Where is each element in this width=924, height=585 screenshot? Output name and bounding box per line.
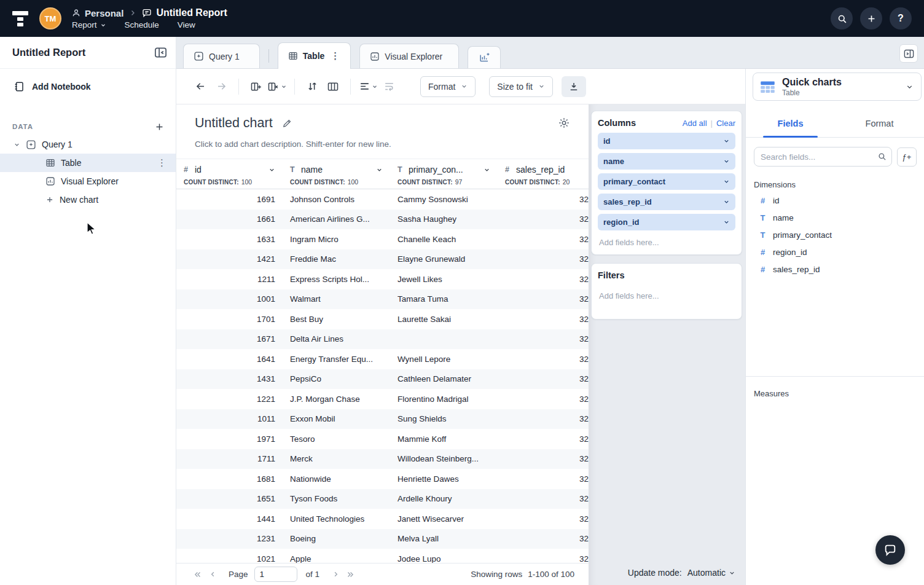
table-row[interactable]: 1021 Apple Jodee Lupo 3215 — [176, 549, 589, 563]
table-row[interactable]: 1661 American Airlines G... Sasha Haughe… — [176, 210, 589, 230]
table-row[interactable]: 1231 Boeing Melva Lyall 3215 — [176, 529, 589, 549]
column-header[interactable]: T name COUNT DISTINCT: 100 — [283, 159, 390, 189]
tab-kebab-icon[interactable]: ⋮ — [331, 50, 340, 61]
quick-charts-title: Quick charts — [782, 77, 842, 88]
menu-report[interactable]: Report — [72, 20, 106, 29]
edit-title-icon[interactable] — [282, 118, 292, 128]
size-to-fit-button[interactable]: Size to fit — [489, 76, 553, 97]
page-number-input[interactable] — [254, 567, 297, 582]
redo-button[interactable] — [211, 76, 232, 97]
tab-table[interactable]: Table ⋮ — [278, 42, 351, 69]
column-pill[interactable]: sales_rep_id — [598, 194, 735, 210]
add-notebook-button[interactable]: Add Notebook — [0, 77, 176, 96]
align-button[interactable] — [358, 76, 378, 97]
add-data-button[interactable] — [154, 122, 165, 132]
table-row[interactable]: 1221 J.P. Morgan Chase Florentino Madrig… — [176, 389, 589, 409]
sort-button[interactable] — [302, 76, 323, 97]
chart-description-placeholder[interactable]: Click to add chart description. Shift-en… — [195, 139, 391, 149]
user-avatar[interactable]: TM — [39, 7, 61, 29]
search-fields-input[interactable] — [754, 147, 892, 167]
column-pill[interactable]: region_id — [598, 214, 735, 230]
wrap-text-button[interactable] — [378, 76, 399, 97]
dimension-item[interactable]: # sales_rep_id — [746, 261, 924, 278]
column-header[interactable]: # id COUNT DISTINCT: 100 — [176, 159, 283, 189]
table-cell: 1221 — [176, 389, 283, 409]
formula-icon: ƒ+ — [902, 152, 912, 162]
table-row[interactable]: 1971 Tesoro Mammie Koff 3215 — [176, 429, 589, 449]
tab-fields[interactable]: Fields — [746, 109, 835, 137]
dimension-item[interactable]: # id — [746, 192, 924, 209]
filters-drop-placeholder[interactable]: Add fields here... — [598, 291, 735, 300]
undo-button[interactable] — [190, 76, 211, 97]
help-chat-button[interactable] — [875, 535, 905, 565]
sidebar-item-table[interactable]: Table ⋮ — [0, 154, 176, 172]
column-header[interactable]: # sales_rep_id COUNT DISTINCT: 20 — [498, 159, 589, 189]
format-button[interactable]: Format — [420, 76, 476, 97]
table-row[interactable]: 1711 Merck Willodean Steinberg... 3215 — [176, 449, 589, 469]
dimensions-list: # id T name T primary_contact # region_i… — [746, 192, 924, 278]
dimension-item[interactable]: T name — [746, 209, 924, 226]
chart-settings-button[interactable] — [558, 117, 570, 129]
chevron-down-icon[interactable] — [14, 141, 20, 148]
collapse-sidebar-icon[interactable] — [154, 45, 168, 60]
column-pill[interactable]: name — [598, 153, 735, 170]
new-tab-button[interactable] — [468, 46, 501, 68]
tab-format[interactable]: Format — [835, 109, 924, 137]
first-page-button[interactable] — [190, 567, 205, 582]
remove-column-button[interactable] — [267, 76, 288, 97]
report-title[interactable]: Untitled Report — [156, 7, 227, 18]
add-formula-button[interactable]: ƒ+ — [897, 147, 917, 167]
help-button[interactable]: ? — [890, 7, 912, 29]
update-mode-dropdown[interactable]: Automatic — [687, 568, 735, 578]
menu-schedule[interactable]: Schedule — [125, 20, 159, 29]
column-pill[interactable]: id — [598, 133, 735, 149]
kebab-menu-icon[interactable]: ⋮ — [157, 157, 167, 168]
column-pill[interactable]: primary_contact — [598, 173, 735, 190]
table-cell: Mammie Koff — [390, 429, 498, 449]
dimension-item[interactable]: T primary_contact — [746, 226, 924, 243]
table-row[interactable]: 1421 Freddie Mac Elayne Grunewald 3215 — [176, 249, 589, 270]
table-cell: 1211 — [176, 269, 283, 289]
tab-visual-explorer[interactable]: Visual Explorer — [359, 44, 459, 68]
next-page-button[interactable] — [328, 567, 343, 582]
sidebar-item-visual-explorer[interactable]: Visual Explorer — [0, 172, 176, 190]
add-all-link[interactable]: Add all — [683, 119, 707, 128]
clear-link[interactable]: Clear — [716, 119, 735, 128]
dimension-item[interactable]: # region_id — [746, 243, 924, 261]
last-page-button[interactable] — [343, 567, 358, 582]
table-row[interactable]: 1651 Tyson Foods Ardelle Khoury 3215 — [176, 489, 589, 509]
table-cell: Ardelle Khoury — [390, 489, 498, 509]
menu-view[interactable]: View — [178, 20, 195, 29]
align-left-icon — [359, 80, 370, 92]
table-row[interactable]: 1701 Best Buy Laurette Sakai 3215 — [176, 309, 589, 329]
search-button[interactable] — [831, 7, 853, 29]
chart-title[interactable]: Untitled chart — [195, 116, 273, 131]
sidebar-item-new-chart[interactable]: New chart — [0, 190, 176, 209]
table-row[interactable]: 1641 Energy Transfer Equ... Wynell Lepor… — [176, 349, 589, 369]
sidebar-item-query[interactable]: Query 1 — [0, 135, 176, 154]
table-row[interactable]: 1681 Nationwide Henriette Dawes 3215 — [176, 469, 589, 489]
table-cell: Exxon Mobil — [283, 409, 390, 430]
table-row[interactable]: 1431 PepsiCo Cathleen Delamater 3215 — [176, 369, 589, 390]
download-button[interactable] — [562, 76, 586, 97]
add-button[interactable] — [860, 7, 882, 29]
tab-query-1[interactable]: Query 1 — [183, 44, 260, 68]
table-row[interactable]: 1671 Delta Air Lines 3215 — [176, 329, 589, 350]
table-row[interactable]: 1441 United Technologies Janett Wisecarv… — [176, 509, 589, 529]
table-row[interactable]: 1011 Exxon Mobil Sung Shields 3215 — [176, 409, 589, 430]
table-row[interactable]: 1001 Walmart Tamara Tuma 3215 — [176, 289, 589, 310]
prev-page-button[interactable] — [205, 567, 220, 582]
toggle-right-panel-button[interactable] — [899, 44, 918, 63]
app-logo[interactable] — [11, 9, 29, 28]
table-row[interactable]: 1631 Ingram Micro Chanelle Keach 3215 — [176, 229, 589, 249]
add-column-button[interactable] — [246, 76, 267, 97]
column-header[interactable]: T primary_con... COUNT DISTINCT: 97 — [390, 159, 498, 189]
table-row[interactable]: 1691 Johnson Controls Cammy Sosnowski 32… — [176, 189, 589, 210]
chevron-down-icon — [100, 22, 106, 28]
columns-drop-placeholder[interactable]: Add fields here... — [598, 238, 735, 247]
quick-charts-dropdown[interactable]: Quick charts Table — [753, 73, 922, 101]
table-columns-icon — [327, 80, 339, 93]
freeze-columns-button[interactable] — [323, 76, 343, 97]
workspace-name[interactable]: Personal — [85, 8, 123, 18]
table-row[interactable]: 1211 Express Scripts Hol... Jewell Likes… — [176, 269, 589, 289]
